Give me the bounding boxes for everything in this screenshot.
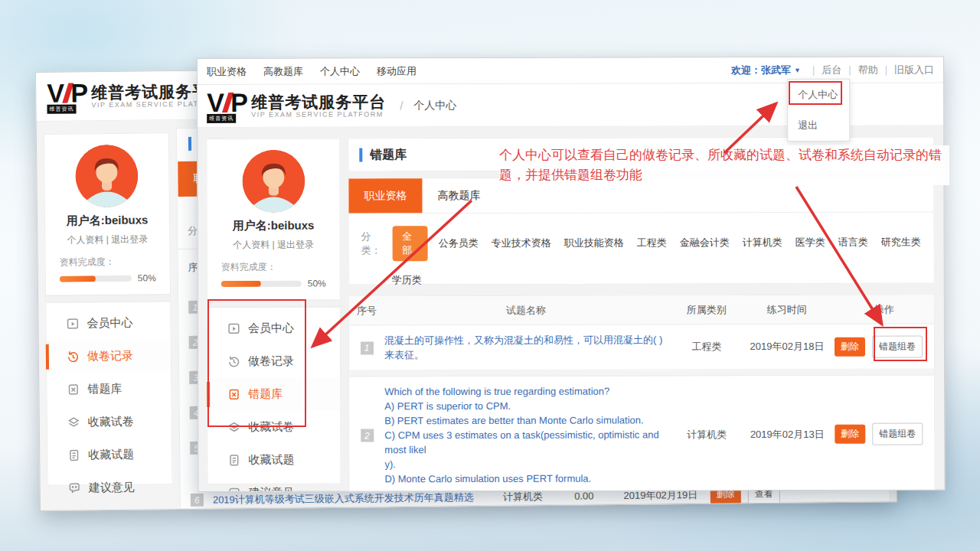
category-option[interactable]: 工程类 bbox=[637, 236, 667, 249]
wrongbook-icon bbox=[67, 383, 80, 396]
nav-personal-center[interactable]: 个人中心 bbox=[320, 64, 360, 78]
username: 用户名:beibuxs bbox=[207, 219, 340, 233]
logo-subtext: 维普资讯 bbox=[47, 104, 76, 113]
progress-fill bbox=[60, 276, 96, 282]
sidebar-item-feedback[interactable]: 建议意见 bbox=[207, 477, 340, 492]
layers-icon bbox=[67, 416, 80, 429]
profile-links[interactable]: 个人资料 | 退出登录 bbox=[207, 239, 340, 252]
page-title: 错题库 bbox=[370, 147, 407, 163]
sidebar-item-feedback[interactable]: 建议意见 bbox=[47, 471, 172, 505]
annotation-box-group-button bbox=[874, 327, 927, 361]
sidebar-item-saved-questions[interactable]: 收藏试题 bbox=[47, 438, 172, 472]
breadcrumb-current: 个人中心 bbox=[413, 99, 456, 112]
annotation-box-personal-center bbox=[789, 81, 842, 105]
feedback-icon bbox=[227, 487, 240, 492]
title-accent-bar bbox=[188, 136, 191, 150]
category-option[interactable]: 专业技术资格 bbox=[492, 236, 551, 250]
avatar bbox=[242, 150, 305, 213]
feedback-icon bbox=[68, 481, 81, 494]
chevron-down-icon[interactable]: ▼ bbox=[794, 66, 801, 73]
sidebar-item-saved-questions[interactable]: 收藏试题 bbox=[207, 444, 340, 477]
header-seq: 序号 bbox=[349, 304, 384, 318]
question-link[interactable]: Which of the following is true regarding… bbox=[384, 383, 674, 486]
nav-backend[interactable]: 后台 bbox=[822, 63, 841, 77]
dropdown-logout[interactable]: 退出 bbox=[788, 110, 849, 141]
table-row: 2 Which of the following is true regardi… bbox=[349, 375, 934, 492]
history-icon bbox=[67, 350, 80, 363]
annotation-text: 个人中心可以查看自己的做卷记录、所收藏的试题、试卷和系统自动记录的错题，并提供错… bbox=[499, 145, 949, 185]
practice-date: 2019年02月13日 bbox=[740, 427, 835, 441]
member-icon bbox=[66, 317, 79, 330]
nav-help[interactable]: 帮助 bbox=[858, 63, 878, 77]
wrong-questions-table: 序号 试题名称 所属类别 练习时间 操作 1 混凝土的可操作性，又称为混凝土的和… bbox=[348, 294, 936, 492]
question-category: 计算机类 bbox=[674, 428, 740, 442]
progress-value: 50% bbox=[308, 279, 326, 289]
sidebar-item-member-center[interactable]: 会员中心 bbox=[46, 306, 170, 341]
tab-vocational[interactable]: 职业资格 bbox=[348, 178, 422, 213]
vip-logo-mark: V P 维普资讯 bbox=[47, 81, 87, 112]
category-option[interactable]: 计算机类 bbox=[743, 236, 782, 249]
progress-value: 50% bbox=[138, 272, 156, 283]
welcome-user[interactable]: 欢迎：张武军 bbox=[731, 63, 791, 77]
progress-label: 资料完成度： bbox=[60, 255, 156, 269]
brand-name: 维普考试服务平台 bbox=[251, 93, 386, 110]
row-number: 2 bbox=[361, 429, 374, 442]
vip-logo-mark: V P 维普资讯 bbox=[207, 90, 247, 121]
vip-logo[interactable]: V P 维普资讯 维普考试服务平台 VIP EXAM SERVICE PLATF… bbox=[207, 90, 386, 122]
category-option[interactable]: 研究生类 bbox=[881, 236, 921, 249]
progress-label: 资料完成度： bbox=[221, 261, 326, 274]
document-icon bbox=[67, 448, 80, 461]
group-paper-button[interactable]: 错题组卷 bbox=[872, 423, 923, 445]
category-all[interactable]: 全部 bbox=[392, 226, 428, 261]
delete-button[interactable]: 删除 bbox=[835, 337, 865, 356]
progress-fill bbox=[221, 281, 262, 287]
bg-sidebar: 用户名:beibuxs 个人资料 | 退出登录 资料完成度： 50% 会员中心 … bbox=[44, 132, 173, 486]
sidebar-item-wrong-questions[interactable]: 错题库 bbox=[47, 372, 171, 406]
annotation-box-sidebar-menu bbox=[207, 299, 306, 427]
tab-higher-ed[interactable]: 高教题库 bbox=[422, 178, 495, 213]
filter-label: 分类： bbox=[361, 230, 385, 257]
category-option[interactable]: 学历类 bbox=[392, 274, 422, 285]
nav-higher-ed[interactable]: 高教题库 bbox=[263, 64, 303, 78]
breadcrumb: / 个人中心 bbox=[400, 99, 456, 112]
paper-name-link[interactable]: 2019计算机等级考试三级嵌入式系统开发技术历年真题精选 bbox=[213, 490, 488, 507]
table-header: 序号 试题名称 所属类别 练习时间 操作 bbox=[349, 295, 934, 325]
header-question-name: 试题名称 bbox=[384, 302, 674, 318]
paper-score: 0.00 bbox=[557, 490, 611, 502]
progress-track bbox=[221, 281, 302, 287]
profile-links[interactable]: 个人资料 | 退出登录 bbox=[45, 233, 169, 247]
nav-vocational[interactable]: 职业资格 bbox=[207, 64, 247, 78]
foreground-window: 职业资格 高教题库 个人中心 移动应用 欢迎：张武军 ▼ | 后台 | 帮助 |… bbox=[197, 56, 945, 492]
row-number: 1 bbox=[360, 341, 373, 354]
nav-mobile-app[interactable]: 移动应用 bbox=[377, 64, 416, 78]
title-accent-bar bbox=[359, 148, 362, 161]
tabs-and-filters-card: 职业资格 高教题库 分类： 全部 公务员类 专业技术资格 职业技能资格 工程类 … bbox=[348, 176, 934, 285]
category-option[interactable]: 金融会计类 bbox=[680, 236, 730, 249]
category-option[interactable]: 公务员类 bbox=[439, 236, 479, 250]
delete-button[interactable]: 删除 bbox=[835, 425, 865, 444]
brand-name-en: VIP EXAM SERVICE PLATFORM bbox=[251, 110, 386, 118]
practice-date: 2019年02月18日 bbox=[740, 340, 835, 354]
table-row: 1 混凝土的可操作性，又称为混凝土的和易性，可以用混凝土的( )来表征。 工程类… bbox=[349, 324, 934, 370]
sidebar-item-exam-records[interactable]: 做卷记录 bbox=[47, 339, 171, 373]
avatar bbox=[75, 145, 139, 208]
header-actions: 操作 bbox=[835, 302, 934, 316]
paper-category: 计算机类 bbox=[488, 489, 557, 504]
category-option[interactable]: 职业技能资格 bbox=[564, 236, 624, 250]
header-category: 所属类别 bbox=[674, 303, 740, 317]
question-category: 工程类 bbox=[674, 340, 740, 354]
question-link[interactable]: 混凝土的可操作性，又称为混凝土的和易性，可以用混凝土的( )来表征。 bbox=[384, 332, 674, 362]
nav-legacy-entry[interactable]: 旧版入口 bbox=[894, 63, 934, 77]
progress-track bbox=[60, 276, 132, 282]
sidebar-item-saved-papers[interactable]: 收藏试卷 bbox=[47, 405, 172, 439]
row-number: 6 bbox=[191, 494, 204, 507]
document-icon bbox=[227, 454, 240, 467]
username: 用户名:beibuxs bbox=[45, 213, 169, 229]
category-option[interactable]: 医学类 bbox=[795, 236, 825, 249]
header-practice-time: 练习时间 bbox=[740, 302, 835, 316]
category-option[interactable]: 语言类 bbox=[838, 236, 868, 249]
